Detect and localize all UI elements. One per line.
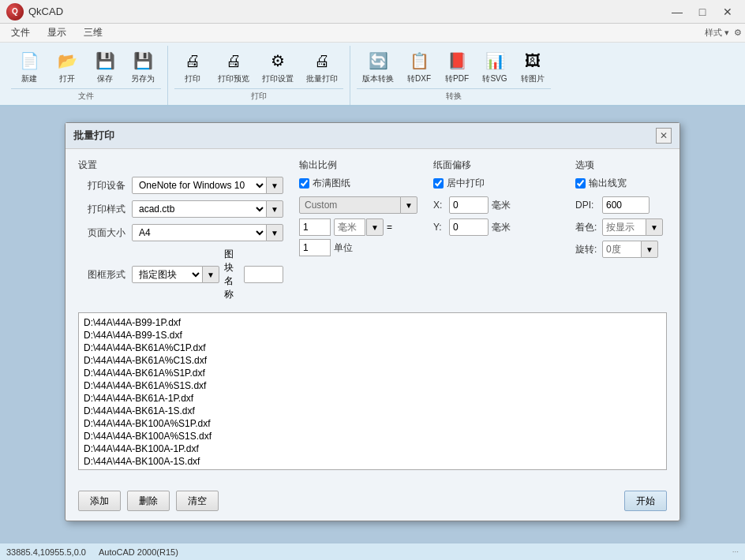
menu-item-file[interactable]: 文件 (3, 24, 38, 41)
ribbon-section-convert: 🔄 版本转换 📋 转DXF 📕 转PDF 📊 转SVG 🖼 转图片 (350, 46, 557, 105)
equals-sign: = (387, 222, 392, 233)
list-item[interactable]: D:\44A\44A-BK61A%C1S.dxf (82, 354, 663, 367)
ratio-num1-input[interactable] (299, 218, 331, 236)
list-item[interactable]: D:\44A\44A-BL100A%S1P.dxf (82, 468, 663, 470)
to-pdf-button[interactable]: 📕 转PDF (439, 46, 475, 87)
dialog-footer-right: 开始 (624, 491, 667, 511)
batch-print-icon: 🖨 (309, 48, 335, 73)
rotate-select-wrap: 0度 ▼ (602, 241, 658, 258)
style-label[interactable]: 样式 ▾ (705, 27, 729, 39)
output-ratio-column: 输出比例 布满图纸 Custom ▼ (299, 159, 417, 308)
to-image-button[interactable]: 🖼 转图片 (515, 46, 551, 87)
start-button[interactable]: 开始 (624, 491, 667, 511)
list-item[interactable]: D:\44A\44A-BK61A-1S.dxf (82, 405, 663, 417)
frame-name-input[interactable] (244, 266, 283, 283)
open-button[interactable]: 📂 打开 (49, 46, 85, 87)
dialog-title-bar: 批量打印 ✕ (66, 123, 679, 149)
list-item[interactable]: D:\44A\44A-BK61A%C1P.dxf (82, 342, 663, 354)
fit-paper-row: 布满图纸 (299, 177, 417, 190)
list-item[interactable]: D:\44A\44A-BK61A%S1S.dxf (82, 379, 663, 392)
clear-button[interactable]: 清空 (176, 491, 219, 511)
print-style-row: 打印样式 acad.ctb ▼ (78, 200, 283, 218)
add-button[interactable]: 添加 (78, 491, 121, 511)
print-preview-label: 打印预览 (218, 73, 249, 84)
x-offset-input[interactable] (449, 196, 489, 214)
title-bar-left: Q QkCAD (6, 3, 63, 21)
to-svg-button[interactable]: 📊 转SVG (477, 46, 513, 87)
new-label: 新建 (21, 73, 37, 84)
list-item[interactable]: D:\44A\44A-BK100A-1S.dxf (82, 455, 663, 468)
print-device-select-wrap: OneNote for Windows 10 ▼ (132, 177, 283, 194)
new-icon: 📄 (17, 48, 42, 73)
saveas-icon: 💾 (130, 48, 155, 73)
frame-row: 图框形式 指定图块 ▼ 图块名称 (78, 248, 283, 301)
ratio-num2-input[interactable] (299, 239, 331, 256)
to-svg-icon: 📊 (482, 48, 507, 73)
color-select-wrap: 按显示 ▼ (602, 218, 663, 236)
frame-controls: 指定图块 ▼ 图块名称 (132, 248, 283, 301)
list-item[interactable]: D:\44A\44A-BK100A%S1P.dxf (82, 417, 663, 430)
color-select-arrow[interactable]: ▼ (646, 218, 663, 236)
settings-icon[interactable]: ⚙ (734, 28, 742, 38)
dpi-input[interactable] (602, 196, 650, 214)
save-icon: 💾 (92, 48, 118, 73)
dialog-close-button[interactable]: ✕ (656, 128, 672, 144)
custom-select-arrow[interactable]: ▼ (400, 196, 417, 214)
center-print-checkbox[interactable] (433, 178, 444, 189)
list-item[interactable]: D:\44A\44A-BK100A%S1S.dxf (82, 430, 663, 442)
dialog-overlay: 批量打印 ✕ 设置 打印设备 OneNote fo (0, 106, 745, 553)
unit-arrow[interactable]: ▼ (366, 218, 384, 236)
page-size-arrow[interactable]: ▼ (266, 224, 283, 241)
to-dxf-icon: 📋 (406, 48, 432, 73)
page-size-select-wrap: A4 ▼ (132, 224, 283, 241)
list-item[interactable]: D:\44A\44A-BK61A-1P.dxf (82, 392, 663, 405)
saveas-button[interactable]: 💾 另存为 (125, 46, 161, 87)
status-bar: 33885.4,10955.5,0.0 AutoCAD 2000(R15) ··… (0, 543, 745, 560)
status-coordinates: 33885.4,10955.5,0.0 (6, 547, 86, 557)
minimize-button[interactable]: — (666, 4, 688, 20)
unit-text: 毫米 (334, 218, 365, 236)
print-device-arrow[interactable]: ▼ (266, 177, 283, 194)
print-style-arrow[interactable]: ▼ (266, 200, 283, 218)
maximize-button[interactable]: □ (691, 4, 713, 20)
version-convert-button[interactable]: 🔄 版本转换 (357, 46, 399, 87)
y-offset-input[interactable] (449, 218, 489, 236)
new-button[interactable]: 📄 新建 (11, 46, 47, 87)
page-size-select[interactable]: A4 (132, 224, 267, 241)
to-dxf-button[interactable]: 📋 转DXF (401, 46, 437, 87)
save-button[interactable]: 💾 保存 (87, 46, 123, 87)
batch-print-button[interactable]: 🖨 批量打印 (301, 46, 343, 87)
frame-arrow[interactable]: ▼ (202, 266, 219, 283)
rotate-select-arrow[interactable]: ▼ (641, 241, 658, 258)
custom-select-wrap: Custom ▼ (299, 196, 417, 214)
menu-item-3d[interactable]: 三维 (76, 24, 110, 41)
ribbon-section-print: 🖨 打印 🖨 打印预览 ⚙ 打印设置 🖨 批量打印 打印 (168, 46, 350, 105)
output-ratio-header: 输出比例 (299, 159, 417, 172)
print-device-row: 打印设备 OneNote for Windows 10 ▼ (78, 177, 283, 194)
list-item[interactable]: D:\44A\44A-B99-1P.dxf (82, 316, 663, 329)
custom-select-text: Custom (299, 196, 401, 214)
print-style-label: 打印样式 (78, 203, 125, 216)
print-settings-label: 打印设置 (262, 73, 294, 84)
menu-bar: 文件 显示 三维 样式 ▾ ⚙ (0, 24, 745, 43)
list-item[interactable]: D:\44A\44A-BK61A%S1P.dxf (82, 367, 663, 379)
print-settings-button[interactable]: ⚙ 打印设置 (256, 46, 299, 87)
print-style-select[interactable]: acad.ctb (132, 200, 267, 218)
frame-select[interactable]: 指定图块 (132, 266, 203, 283)
print-button[interactable]: 🖨 打印 (174, 46, 211, 87)
print-device-select[interactable]: OneNote for Windows 10 (132, 177, 267, 194)
close-button[interactable]: ✕ (717, 4, 739, 20)
delete-button[interactable]: 删除 (127, 491, 170, 511)
print-style-select-wrap: acad.ctb ▼ (132, 200, 283, 218)
rotate-label: 旋转: (575, 243, 597, 256)
menu-item-display[interactable]: 显示 (39, 24, 74, 41)
print-device-label: 打印设备 (78, 179, 125, 192)
list-item[interactable]: D:\44A\44A-B99-1S.dxf (82, 329, 663, 342)
print-preview-button[interactable]: 🖨 打印预览 (212, 46, 255, 87)
list-item[interactable]: D:\44A\44A-BK100A-1P.dxf (82, 442, 663, 455)
paper-offset-column: 纸面偏移 居中打印 X: 毫米 (433, 159, 560, 308)
fit-paper-checkbox[interactable] (299, 178, 309, 189)
output-linewidth-checkbox[interactable] (575, 178, 586, 189)
settings-header: 设置 (78, 159, 283, 172)
file-list[interactable]: D:\44A\44A-B99-1P.dxfD:\44A\44A-B99-1S.d… (78, 312, 667, 470)
